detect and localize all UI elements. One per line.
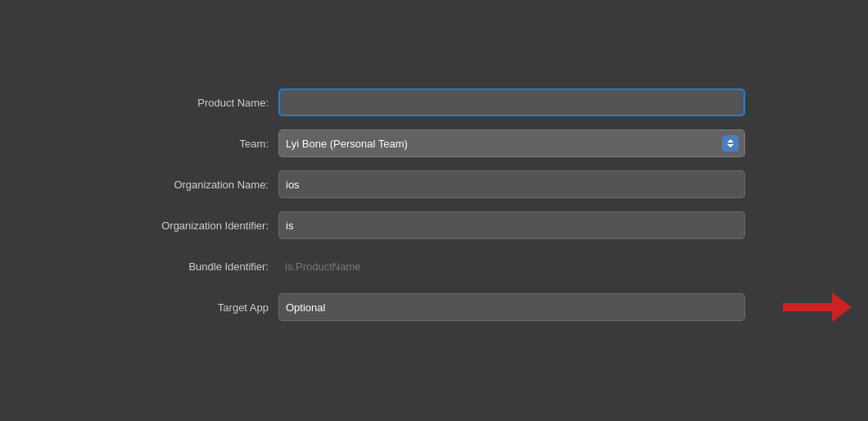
bundle-identifier-value: is.ProductName <box>278 252 745 280</box>
bundle-identifier-row: Bundle Identifier: is.ProductName <box>98 251 770 281</box>
arrow-indicator <box>783 292 852 322</box>
team-label: Team: <box>98 138 278 150</box>
organization-identifier-input[interactable] <box>278 211 745 239</box>
organization-identifier-row: Organization Identifier: <box>98 210 770 240</box>
arrow-body <box>783 303 832 311</box>
arrow-head <box>832 292 852 322</box>
target-app-input[interactable] <box>278 293 745 321</box>
form-container: Product Name: Team: Lyi Bone (Personal T… <box>66 71 802 350</box>
organization-name-label: Organization Name: <box>98 179 278 191</box>
organization-name-row: Organization Name: <box>98 170 770 199</box>
team-row: Team: Lyi Bone (Personal Team) <box>98 129 770 158</box>
arrow-shape <box>783 292 852 322</box>
product-name-row: Product Name: <box>98 88 770 117</box>
organization-name-input[interactable] <box>278 170 745 198</box>
target-app-row: Target App <box>98 292 770 322</box>
product-name-input[interactable] <box>278 88 745 116</box>
product-name-label: Product Name: <box>98 97 278 109</box>
team-select-wrapper: Lyi Bone (Personal Team) <box>278 129 745 157</box>
bundle-identifier-label: Bundle Identifier: <box>98 260 278 273</box>
target-app-label: Target App <box>98 301 278 314</box>
organization-identifier-label: Organization Identifier: <box>98 220 278 232</box>
team-select[interactable]: Lyi Bone (Personal Team) <box>278 129 745 157</box>
